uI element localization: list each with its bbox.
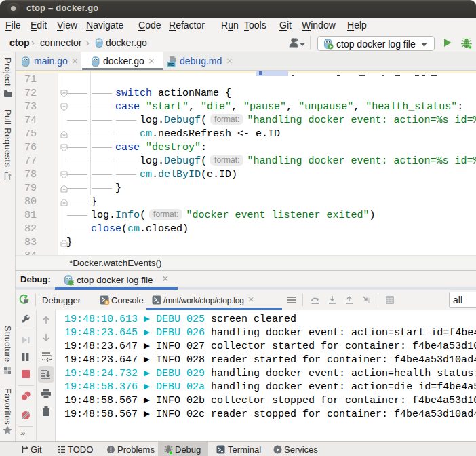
svg-text:MD: MD	[168, 62, 175, 66]
